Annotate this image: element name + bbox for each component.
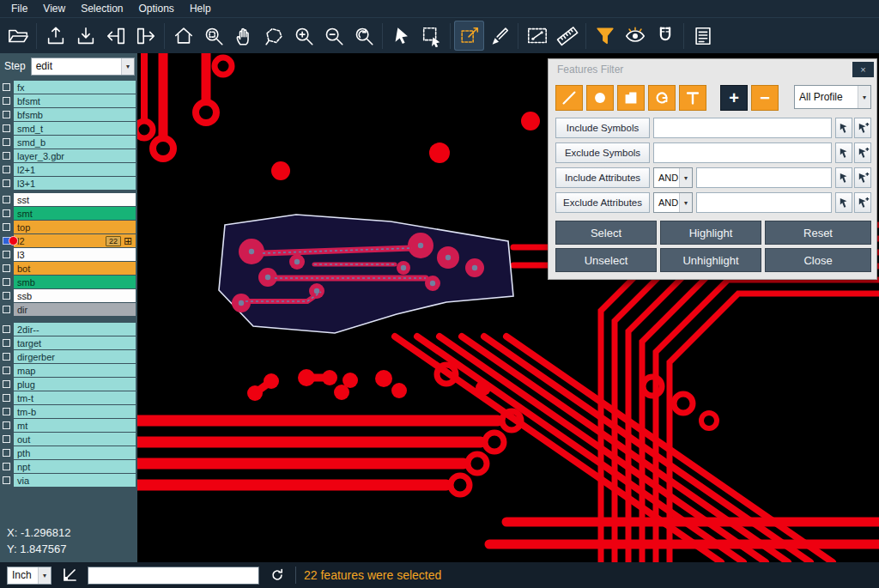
layer-name[interactable]: pth — [14, 446, 136, 459]
command-input[interactable] — [88, 567, 259, 585]
step-select[interactable]: edit ▾ — [31, 58, 135, 76]
layer-name[interactable]: smt — [14, 207, 136, 220]
layer-visibility-checkbox[interactable] — [3, 97, 10, 105]
profile-select[interactable]: All Profile ▾ — [794, 85, 871, 109]
layer-name[interactable]: map — [14, 364, 136, 377]
layer-name[interactable]: target — [14, 336, 136, 349]
layer-name[interactable]: dir — [14, 303, 136, 316]
surface-tool-button[interactable] — [617, 85, 645, 111]
layer-name[interactable]: tm-b — [14, 405, 136, 418]
transform-select-button[interactable] — [454, 21, 484, 51]
menu-view[interactable]: View — [35, 1, 73, 16]
layer-name[interactable]: dirgerber — [14, 350, 136, 363]
layer-visibility-checkbox[interactable] — [3, 83, 10, 91]
include-attributes-input[interactable] — [696, 167, 832, 188]
exclude-symbols-pick-add-button[interactable] — [854, 142, 871, 163]
layer-name[interactable]: top — [14, 221, 136, 233]
open-folder-button[interactable] — [3, 21, 33, 51]
unselect-button[interactable]: Unselect — [555, 248, 657, 272]
layer-name[interactable]: 2dir-- — [14, 323, 136, 336]
menu-options[interactable]: Options — [131, 1, 182, 16]
layer-visibility-checkbox[interactable] — [3, 223, 10, 231]
layer-name[interactable]: l222⊞ — [14, 234, 136, 247]
exclude-attributes-operator-select[interactable]: AND▾ — [653, 192, 693, 213]
layer-name[interactable]: npt — [14, 460, 136, 473]
visibility-button[interactable] — [620, 21, 650, 51]
paint-button[interactable] — [484, 21, 514, 51]
layer-visibility-checkbox[interactable] — [3, 138, 10, 146]
layer-name[interactable]: bot — [14, 262, 136, 275]
layer-visibility-checkbox[interactable] — [3, 353, 10, 361]
menu-file[interactable]: File — [3, 1, 35, 16]
dialog-close-button[interactable]: × — [852, 62, 874, 77]
layer-visibility-checkbox[interactable] — [3, 264, 10, 272]
layer-visibility-checkbox[interactable] — [3, 179, 10, 187]
layer-name[interactable]: ssb — [14, 289, 136, 302]
add-filter-button[interactable]: + — [720, 85, 748, 111]
layer-visibility-checkbox[interactable] — [3, 166, 10, 173]
layer-visibility-checkbox[interactable] — [3, 380, 10, 388]
notes-button[interactable] — [688, 21, 718, 51]
lasso-select-button[interactable] — [258, 21, 288, 51]
close-button[interactable]: Close — [765, 248, 871, 272]
layer-visibility-checkbox[interactable] — [3, 339, 10, 347]
unit-select[interactable]: Inch ▾ — [7, 567, 52, 585]
forward-button[interactable] — [130, 21, 161, 51]
magnet-button[interactable] — [650, 21, 680, 51]
menu-selection[interactable]: Selection — [73, 1, 130, 16]
unhighlight-button[interactable]: Unhighlight — [660, 248, 761, 272]
text-tool-button[interactable] — [679, 85, 706, 111]
exclude-symbols-input[interactable] — [653, 142, 832, 163]
layer-visibility-checkbox[interactable] — [3, 196, 10, 203]
layer-name[interactable]: smb — [14, 276, 136, 288]
layer-visibility-checkbox[interactable] — [3, 152, 10, 160]
layer-name[interactable]: fx — [14, 81, 136, 94]
cursor-button[interactable] — [386, 21, 416, 51]
arc-tool-button[interactable] — [648, 85, 676, 111]
layer-visibility-checkbox[interactable] — [3, 449, 10, 457]
layer-visibility-checkbox[interactable] — [3, 306, 10, 313]
exclude-symbols-pick-button[interactable] — [835, 142, 852, 163]
layer-name[interactable]: bfsmt — [14, 94, 136, 107]
include-symbols-pick-add-button[interactable] — [854, 118, 871, 138]
zoom-out-button[interactable] — [318, 21, 349, 51]
layer-name[interactable]: mt — [14, 419, 136, 432]
layer-visibility-checkbox[interactable] — [3, 124, 10, 132]
include-attributes-operator-select[interactable]: AND▾ — [653, 167, 693, 188]
include-attributes-label[interactable]: Include Attributes — [555, 167, 650, 188]
layer-visibility-checkbox[interactable] — [3, 421, 10, 429]
layer-visibility-checkbox[interactable] — [3, 278, 10, 286]
layer-visibility-checkbox[interactable] — [3, 367, 10, 374]
layer-visibility-checkbox[interactable] — [3, 476, 10, 484]
zoom-fit-button[interactable] — [349, 21, 379, 51]
remove-filter-button[interactable]: − — [751, 85, 779, 111]
zoom-in-button[interactable] — [288, 21, 318, 51]
highlight-button[interactable]: Highlight — [660, 221, 761, 245]
layer-visibility-checkbox[interactable] — [3, 408, 10, 415]
home-button[interactable] — [168, 21, 198, 51]
menu-help[interactable]: Help — [182, 1, 219, 16]
include-symbols-pick-button[interactable] — [835, 118, 852, 138]
layer-visibility-checkbox[interactable] — [3, 463, 10, 470]
upload-button[interactable] — [40, 21, 70, 51]
layer-name[interactable]: layer_3.gbr — [14, 149, 136, 162]
layer-visibility-checkbox[interactable] — [3, 251, 10, 258]
pan-button[interactable] — [228, 21, 258, 51]
layer-name[interactable]: tm-t — [14, 391, 136, 404]
exclude-attributes-label[interactable]: Exclude Attributes — [555, 192, 650, 213]
line-tool-button[interactable] — [555, 85, 583, 111]
layer-visibility-checkbox[interactable] — [3, 292, 10, 300]
layer-name[interactable]: plug — [14, 378, 136, 391]
include-symbols-label[interactable]: Include Symbols — [555, 118, 650, 138]
layer-name[interactable]: out — [14, 433, 136, 446]
download-button[interactable] — [70, 21, 100, 51]
layer-visibility-checkbox[interactable] — [3, 394, 10, 402]
exclude-attributes-pick-add-button[interactable] — [854, 192, 871, 213]
pad-tool-button[interactable] — [586, 85, 614, 111]
layer-name[interactable]: smd_b — [14, 136, 136, 149]
back-button[interactable] — [100, 21, 130, 51]
exclude-attributes-input[interactable] — [696, 192, 832, 213]
include-attributes-pick-add-button[interactable] — [854, 167, 871, 188]
select-button[interactable]: Select — [555, 221, 657, 245]
layer-visibility-checkbox[interactable] — [3, 325, 10, 333]
